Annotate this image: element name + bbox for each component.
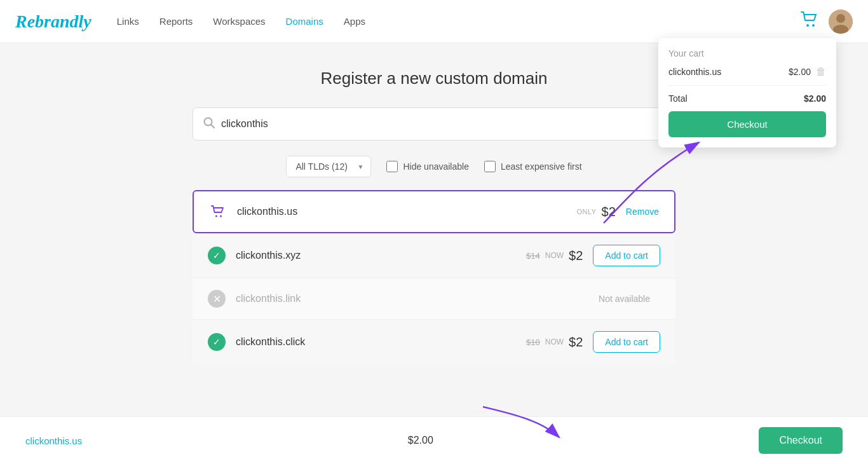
- nav-apps[interactable]: Apps: [344, 16, 365, 27]
- least-expensive-checkbox[interactable]: [484, 161, 496, 172]
- tld-select-wrapper: All TLDs (12): [286, 156, 371, 177]
- search-bar: [193, 107, 675, 140]
- domain-name-click: clickonthis.click: [236, 336, 526, 348]
- add-to-cart-button-xyz[interactable]: Add to cart: [593, 245, 660, 266]
- filters: All TLDs (12) Hide unavailable Least exp…: [193, 156, 675, 177]
- least-expensive-label: Least expensive first: [501, 161, 582, 172]
- main-nav: Links Reports Workspaces Domains Apps: [117, 16, 801, 27]
- svg-point-8: [220, 215, 222, 217]
- cart-dropdown: Your cart clickonthis.us $2.00 🗑 Total $…: [658, 38, 836, 147]
- not-available-text: Not available: [599, 294, 650, 304]
- cart-total-label: Total: [668, 93, 688, 104]
- header: Rebrandly Links Reports Workspaces Domai…: [0, 0, 868, 43]
- cart-total-row: Total $2.00: [668, 85, 826, 104]
- only-label: ONLY: [576, 208, 596, 215]
- domain-pricing-click: $10 NOW $2: [526, 335, 583, 350]
- hide-unavailable-filter[interactable]: Hide unavailable: [386, 161, 469, 172]
- delete-icon[interactable]: 🗑: [816, 66, 826, 78]
- tld-select[interactable]: All TLDs (12): [286, 156, 371, 177]
- original-price-xyz: $14: [526, 251, 540, 261]
- cart-checkout-button[interactable]: Checkout: [668, 111, 826, 137]
- price-xyz: $2: [569, 249, 583, 263]
- least-expensive-filter[interactable]: Least expensive first: [484, 161, 582, 172]
- price-click: $2: [569, 335, 583, 350]
- search-icon: [203, 117, 215, 132]
- domain-pricing-xyz: $14 NOW $2: [526, 249, 583, 263]
- domain-name-link: clickonthis.link: [236, 293, 599, 304]
- main-content: Register a new custom domain All TLDs (1…: [180, 43, 688, 428]
- domain-name-us: clickonthis.us: [237, 206, 576, 217]
- cart-dropdown-title: Your cart: [668, 48, 826, 58]
- page-title: Register a new custom domain: [193, 69, 675, 88]
- cart-item-price: $2.00: [789, 67, 811, 77]
- available-icon-xyz: ✓: [208, 247, 226, 264]
- svg-point-0: [806, 24, 809, 27]
- hide-unavailable-label: Hide unavailable: [403, 161, 469, 172]
- domain-name-xyz: clickonthis.xyz: [236, 250, 526, 261]
- cart-status-icon: [209, 203, 227, 221]
- nav-domains[interactable]: Domains: [286, 16, 323, 27]
- svg-point-1: [812, 24, 815, 27]
- footer-bar: clickonthis.us $2.00 Checkout: [0, 416, 868, 428]
- domain-row-click: ✓ clickonthis.click $10 NOW $2 Add to ca…: [193, 320, 675, 364]
- logo: Rebrandly: [15, 11, 92, 32]
- add-to-cart-button-click[interactable]: Add to cart: [593, 331, 660, 353]
- svg-line-6: [211, 125, 214, 128]
- cart-total-amount: $2.00: [804, 93, 826, 104]
- header-right: [801, 10, 853, 34]
- nav-workspaces[interactable]: Workspaces: [213, 16, 265, 27]
- hide-unavailable-checkbox[interactable]: [386, 161, 398, 172]
- remove-button-us[interactable]: Remove: [626, 207, 659, 217]
- cart-item-price-delete: $2.00 🗑: [789, 66, 826, 78]
- avatar[interactable]: [829, 10, 853, 34]
- original-price-click: $10: [526, 338, 540, 347]
- svg-point-3: [836, 14, 845, 23]
- domain-row-xyz: ✓ clickonthis.xyz $14 NOW $2 Add to cart: [193, 233, 675, 278]
- footer-checkout-button[interactable]: Checkout: [759, 427, 843, 428]
- domain-list: clickonthis.us ONLY $2 Remove ✓ clickont…: [193, 190, 675, 364]
- cart-icon[interactable]: [801, 11, 818, 32]
- svg-point-7: [215, 215, 217, 217]
- cart-item-row: clickonthis.us $2.00 🗑: [668, 66, 826, 78]
- unavailable-icon-link: ✕: [208, 290, 226, 308]
- cart-item-name: clickonthis.us: [668, 67, 721, 77]
- domain-row-us: clickonthis.us ONLY $2 Remove: [193, 190, 675, 233]
- nav-reports[interactable]: Reports: [159, 16, 193, 27]
- domain-row-link: ✕ clickonthis.link Not available: [193, 278, 675, 320]
- available-icon-click: ✓: [208, 333, 226, 351]
- now-label-click: NOW: [545, 338, 564, 346]
- nav-links[interactable]: Links: [117, 16, 139, 27]
- domain-pricing-us: ONLY $2: [576, 205, 615, 219]
- now-label-xyz: NOW: [545, 251, 564, 260]
- price-us: $2: [602, 205, 616, 219]
- search-input[interactable]: [221, 118, 665, 130]
